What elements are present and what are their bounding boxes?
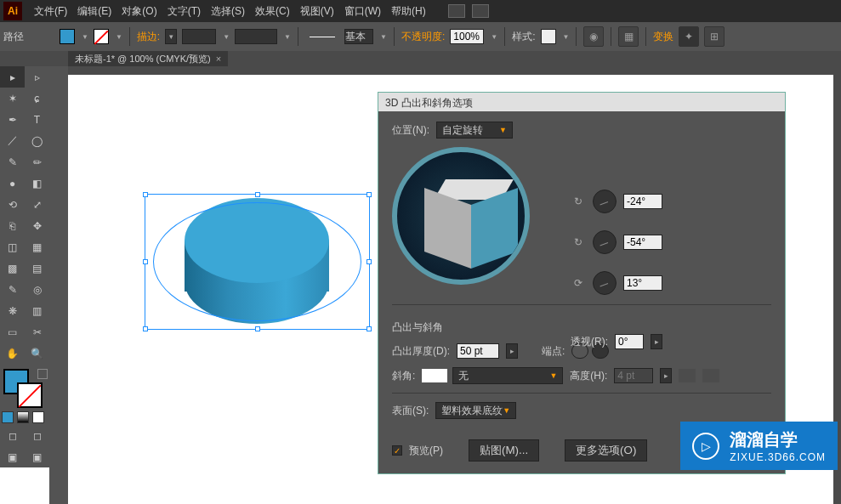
angle-x-dial[interactable]: [593, 190, 617, 213]
recolor-artwork-icon[interactable]: ◉: [583, 26, 604, 47]
resize-handle[interactable]: [143, 192, 148, 197]
position-label: 位置(N):: [392, 123, 429, 138]
document-tab[interactable]: 未标题-1* @ 100% (CMYK/预览) ×: [68, 51, 228, 66]
extrude-depth-input[interactable]: 50 pt: [457, 343, 499, 359]
stroke-color-swatch[interactable]: [94, 29, 109, 44]
stroke-box[interactable]: [17, 382, 43, 408]
shape-builder-tool[interactable]: ◫: [0, 236, 25, 258]
menu-file[interactable]: 文件(F): [29, 4, 72, 19]
menu-type[interactable]: 文字(T): [162, 4, 206, 19]
menu-view[interactable]: 视图(V): [295, 4, 339, 19]
column-graph-tool[interactable]: ▥: [25, 300, 49, 321]
angle-y-dial[interactable]: [593, 230, 617, 254]
fill-stroke-indicator[interactable]: [0, 367, 49, 410]
artboard-tool[interactable]: ▭: [0, 321, 25, 343]
magic-wand-tool[interactable]: ✶: [0, 88, 25, 109]
document-tab-close-icon[interactable]: ×: [216, 54, 221, 64]
free-transform-tool[interactable]: ✥: [25, 215, 49, 236]
stroke-width-arrow[interactable]: ▼: [223, 33, 230, 41]
menu-select[interactable]: 选择(S): [206, 4, 250, 19]
mesh-tool[interactable]: ▩: [0, 258, 25, 279]
bevel-dropdown[interactable]: 无 ▼: [452, 367, 563, 384]
stroke-dropdown-arrow[interactable]: ▼: [116, 33, 122, 41]
position-dropdown[interactable]: 自定旋转 ▼: [436, 122, 513, 139]
rotate-y-icon: ↻: [571, 235, 586, 250]
screen-mode[interactable]: ▣: [0, 446, 25, 467]
blob-brush-tool[interactable]: ●: [0, 173, 25, 194]
scale-tool[interactable]: ⤢: [25, 194, 49, 215]
selected-object[interactable]: [145, 194, 370, 330]
transform-label[interactable]: 变换: [653, 30, 673, 44]
color-mode-color[interactable]: [2, 411, 14, 423]
rotate-tool[interactable]: ⟲: [0, 194, 25, 215]
angle-x-input[interactable]: -24°: [623, 194, 662, 209]
line-tool[interactable]: ／: [0, 130, 25, 151]
rotation-preview-widget[interactable]: [392, 147, 530, 285]
variable-width-profile[interactable]: [235, 29, 277, 44]
lasso-tool[interactable]: ɕ: [25, 88, 49, 109]
angle-z-input[interactable]: 13°: [623, 275, 662, 291]
opacity-input[interactable]: 100%: [450, 29, 484, 44]
fill-color-swatch[interactable]: [60, 29, 75, 44]
angle-z-dial[interactable]: [593, 271, 617, 295]
menu-edit[interactable]: 编辑(E): [72, 4, 116, 19]
color-mode-none[interactable]: [32, 411, 44, 423]
preview-checkbox-row[interactable]: ✓ 预览(P): [392, 444, 443, 458]
map-art-button[interactable]: 贴图(M)...: [469, 439, 539, 462]
width-tool[interactable]: ⎗: [0, 215, 25, 236]
menu-window[interactable]: 窗口(W): [339, 4, 386, 19]
eyedropper-tool[interactable]: ✎: [0, 279, 25, 300]
arrange-documents-icon[interactable]: [472, 4, 489, 18]
resize-handle[interactable]: [143, 259, 148, 264]
resize-handle[interactable]: [367, 259, 372, 264]
pen-tool[interactable]: ✒: [0, 109, 25, 130]
ellipse-tool[interactable]: ◯: [25, 130, 49, 151]
resize-handle[interactable]: [367, 326, 372, 331]
hand-tool[interactable]: ✋: [0, 343, 25, 364]
draw-behind[interactable]: ◻: [25, 425, 49, 446]
opacity-label[interactable]: 不透明度:: [401, 30, 445, 44]
transform-each-icon[interactable]: ⊞: [704, 26, 725, 47]
angle-y-input[interactable]: -54°: [623, 235, 662, 250]
direct-selection-tool[interactable]: ▹: [25, 66, 49, 88]
type-tool[interactable]: T: [25, 109, 49, 130]
perspective-grid-tool[interactable]: ▦: [25, 236, 49, 258]
blend-tool[interactable]: ◎: [25, 279, 49, 300]
draw-normal[interactable]: ◻: [0, 425, 25, 446]
bridge-icon[interactable]: [448, 4, 465, 18]
selection-tool[interactable]: ▸: [0, 66, 25, 88]
brush-basic-label[interactable]: 基本: [344, 29, 373, 44]
resize-handle[interactable]: [255, 192, 260, 197]
screen-mode-2[interactable]: ▣: [25, 446, 49, 467]
perspective-input[interactable]: 0°: [615, 334, 644, 349]
menu-help[interactable]: 帮助(H): [386, 4, 431, 19]
resize-handle[interactable]: [143, 326, 148, 331]
stroke-width-input[interactable]: [182, 29, 216, 44]
extrude-depth-stepper[interactable]: ▸: [506, 343, 518, 359]
menu-effect[interactable]: 效果(C): [250, 4, 295, 19]
gradient-tool[interactable]: ▤: [25, 258, 49, 279]
swap-fill-stroke-icon[interactable]: [37, 369, 48, 379]
stroke-width-down[interactable]: ▾: [165, 29, 177, 44]
preview-checkbox[interactable]: ✓: [392, 445, 402, 456]
stroke-label[interactable]: 描边:: [137, 30, 160, 44]
paintbrush-tool[interactable]: ✎: [0, 151, 25, 173]
resize-handle[interactable]: [255, 326, 260, 331]
color-mode-gradient[interactable]: [17, 411, 29, 423]
isolate-icon[interactable]: ✦: [679, 26, 699, 47]
perspective-stepper[interactable]: ▸: [651, 334, 662, 349]
separator: [392, 393, 771, 394]
eraser-tool[interactable]: ◧: [25, 173, 49, 194]
resize-handle[interactable]: [367, 192, 372, 197]
brush-definition[interactable]: [305, 29, 339, 44]
symbol-sprayer-tool[interactable]: ❋: [0, 300, 25, 321]
fill-dropdown-arrow[interactable]: ▼: [82, 33, 88, 41]
slice-tool[interactable]: ✂: [25, 321, 49, 343]
graphic-style-swatch[interactable]: [541, 29, 556, 44]
menu-object[interactable]: 对象(O): [116, 4, 162, 19]
surface-dropdown[interactable]: 塑料效果底纹 ▼: [435, 402, 516, 419]
align-icon[interactable]: ▦: [618, 26, 639, 47]
zoom-tool[interactable]: 🔍: [25, 343, 49, 364]
more-options-button[interactable]: 更多选项(O): [565, 439, 647, 462]
pencil-tool[interactable]: ✏: [25, 151, 49, 173]
